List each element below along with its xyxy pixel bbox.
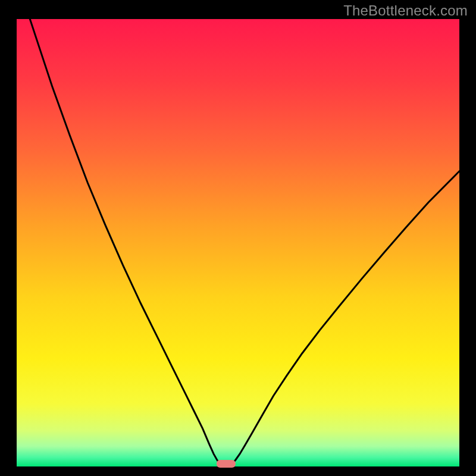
bottleneck-chart <box>0 0 476 476</box>
watermark-label: TheBottleneck.com <box>343 2 468 19</box>
optimal-marker <box>217 460 236 468</box>
chart-container: TheBottleneck.com <box>0 0 476 476</box>
